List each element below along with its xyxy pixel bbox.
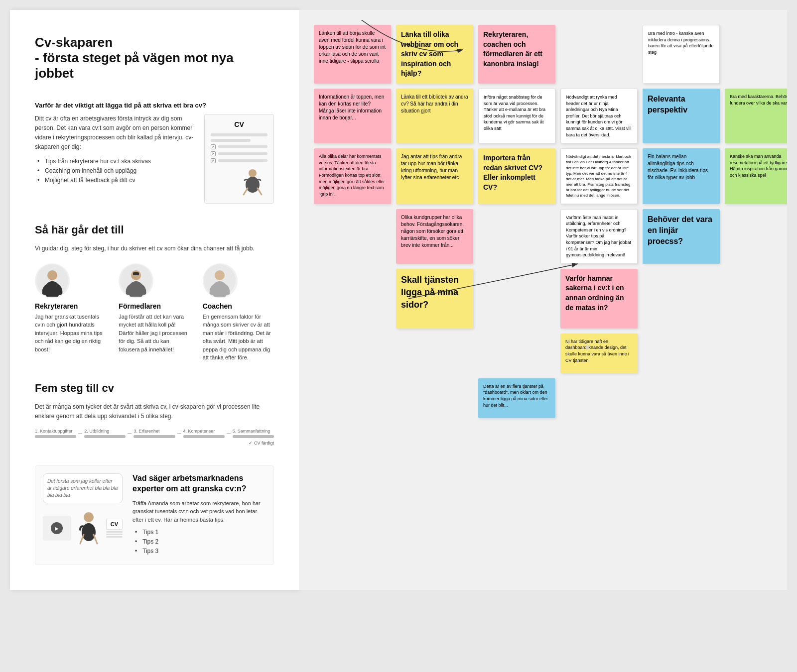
- video-placeholder: ▶: [43, 516, 71, 541]
- sticky-16[interactable]: Kanske ska man använda resemetaforn på e…: [725, 148, 787, 204]
- video-person-svg: [76, 510, 101, 545]
- sticky-17[interactable]: Olika kundgrupper har olika behov. Först…: [396, 209, 473, 264]
- formedlaren-name: Förmedlaren: [119, 302, 190, 310]
- step-bar-4: [183, 435, 225, 438]
- svg-rect-10: [133, 272, 139, 275]
- persona-recruiter: Rekryteraren Jag har granskat tusentals …: [35, 263, 106, 362]
- cv-mockup-title: CV: [211, 120, 267, 128]
- sticky-board: Länken till att börja skulle även med fö…: [309, 20, 777, 423]
- recruiter-avatar: [35, 263, 70, 298]
- sticky-14[interactable]: Nödvändigt att det mesta är klart och fi…: [560, 148, 638, 204]
- how-text: Vi guidar dig, steg för steg, i hur du s…: [35, 244, 274, 253]
- step-bar-2: [84, 435, 126, 438]
- check-box-1: ✓: [211, 144, 216, 149]
- speech-bubble: Det första som jag kollar efter är tidig…: [43, 473, 123, 503]
- formedlaren-svg: [120, 264, 152, 297]
- step-4: 4. Kompetenser: [183, 429, 225, 438]
- sitting-person-svg: [238, 167, 267, 197]
- video-tips: Tips 1 Tips 2 Tips 3: [135, 529, 266, 555]
- step-bar-3: [133, 435, 175, 438]
- step-connector-1: [78, 433, 82, 434]
- sticky-10[interactable]: Bra med karaktärerna. Behöver fundera öv…: [725, 89, 787, 143]
- recruiter-svg: [36, 264, 69, 297]
- svg-point-12: [215, 270, 225, 280]
- sticky-board-container: Länken till att börja skulle även med fö…: [309, 20, 777, 423]
- video-title: Vad säger arbetsmarknadens experter om a…: [133, 473, 266, 494]
- sticky-18[interactable]: Varförm åste man matat in utbildning, er…: [560, 209, 638, 264]
- sticky-22[interactable]: Ni har tidigare haft en dashboardliknand…: [560, 334, 638, 373]
- step-label-4: 4. Kompetenser: [183, 429, 215, 434]
- sticky-4[interactable]: Bra med intro - kanske även inkludera de…: [643, 25, 720, 84]
- video-section: Det första som jag kollar efter är tidig…: [35, 465, 274, 565]
- svg-line-3: [258, 188, 262, 195]
- sticky-1[interactable]: Länken till att börja skulle även med fö…: [314, 25, 391, 84]
- step-label-2: 2. Utbildning: [84, 429, 109, 434]
- formedlaren-avatar: [119, 263, 153, 298]
- check-box-3: ✓: [211, 158, 216, 163]
- formedlaren-desc: Jag förstår att det kan vara mycket att …: [119, 313, 190, 354]
- tip-1: Tips 1: [135, 529, 266, 536]
- step-label-1: 1. Kontaktuppgifter: [35, 429, 73, 434]
- sticky-21[interactable]: Varför hamnar sakerna i cv:t i en annan …: [560, 269, 638, 329]
- sticky-8[interactable]: Nödvändigt att rynka med header det är u…: [560, 89, 638, 143]
- sticky-12[interactable]: Jag antar att tips från andra tar upp hu…: [396, 148, 473, 204]
- five-steps-title: Fem steg till cv: [35, 382, 274, 395]
- sticky-13[interactable]: Importera från redan skrivet CV? Eller i…: [478, 148, 555, 204]
- right-panel: Länken till att börja skulle även med fö…: [299, 10, 787, 590]
- personas-row: Rekryteraren Jag har granskat tusentals …: [35, 263, 274, 362]
- step-bar-1: [35, 435, 76, 438]
- five-steps-section: Fem steg till cv Det är många som tycker…: [35, 382, 274, 446]
- cv-check-3: ✓: [211, 158, 267, 163]
- step-connector-2: [128, 433, 132, 434]
- sticky-19[interactable]: Behöver det vara en linjär proecss?: [643, 209, 720, 264]
- title-section: Cv-skaparen - första steget på vägen mot…: [35, 35, 274, 82]
- step-5: 5. Sammanfattning: [233, 429, 274, 438]
- sticky-11[interactable]: Alla olika delar har kommentats versus. …: [314, 148, 391, 204]
- cv-line-1: [211, 133, 267, 136]
- sticky-5[interactable]: Informationen är toppen, men kan den kor…: [314, 89, 391, 143]
- sticky-7[interactable]: Införa något snabbsteg för de som är van…: [478, 89, 555, 143]
- svg-line-16: [80, 535, 84, 544]
- cv-done-label: ✓ CV färdigt: [35, 441, 274, 446]
- svg-line-17: [94, 535, 97, 544]
- video-play-row: ▶ CV: [43, 510, 123, 547]
- bullet-2: Coaching om innehåll och upplägg: [37, 167, 194, 174]
- step-2: 2. Utbildning: [84, 429, 126, 438]
- cv-line-s2: [106, 534, 123, 535]
- cv-icon-small: CV: [106, 519, 123, 538]
- sticky-9[interactable]: Relevanta perspektiv: [643, 89, 720, 143]
- coach-svg: [204, 264, 236, 297]
- step-label-3: 3. Erfarenhet: [133, 429, 159, 434]
- svg-line-2: [244, 188, 248, 195]
- video-content: Vad säger arbetsmarknadens experter om a…: [133, 473, 266, 557]
- cv-line-s3: [106, 536, 123, 538]
- play-button[interactable]: ▶: [51, 522, 63, 534]
- cv-line-2: [211, 139, 251, 142]
- cv-line-s1: [106, 531, 123, 533]
- svg-point-0: [249, 169, 257, 177]
- step-1: 1. Kontaktuppgifter: [35, 429, 76, 438]
- sticky-20[interactable]: Skall tjänsten ligga på mina sidor?: [396, 269, 473, 329]
- sticky-6[interactable]: Länka till ett bibliotek av andra cv? Så…: [396, 89, 473, 143]
- sticky-2[interactable]: Länka till olika webbinar om och skriv c…: [396, 25, 473, 84]
- sticky-23[interactable]: Detta är en av flera tjänster på "dashbo…: [478, 378, 555, 418]
- sticky-15[interactable]: Fin balans mellan allmängiltiga tips och…: [643, 148, 720, 204]
- bullet-3: Möjlighet att få feedback på ditt cv: [37, 177, 194, 184]
- coach-desc: En gemensam faktor för många som skriver…: [203, 313, 274, 362]
- five-steps-text: Det är många som tycker det är svårt att…: [35, 402, 274, 421]
- coach-name: Coachen: [203, 302, 274, 310]
- cv-mockup: CV ✓ ✓ ✓: [204, 114, 274, 204]
- svg-point-1: [246, 177, 260, 193]
- video-area: Det första som jag kollar efter är tidig…: [43, 473, 123, 557]
- step-label-5: 5. Sammanfattning: [233, 429, 270, 434]
- check-line-1: [218, 145, 267, 148]
- page-container: Cv-skaparen - första steget på vägen mot…: [10, 10, 787, 590]
- video-desc: Träffa Amanda som arbetar som rekryterar…: [133, 499, 266, 524]
- step-fill-5: [233, 435, 274, 438]
- steps-bar: 1. Kontaktuppgifter 2. Utbildning 3. Erf…: [35, 429, 274, 438]
- step-connector-3: [177, 433, 181, 434]
- persona-coach: Coachen En gemensam faktor för många som…: [203, 263, 274, 362]
- main-title: Cv-skaparen - första steget på vägen mot…: [35, 35, 274, 82]
- svg-point-5: [47, 270, 57, 280]
- sticky-3[interactable]: Rekryteraren, coachen och förmedlaren är…: [478, 25, 555, 84]
